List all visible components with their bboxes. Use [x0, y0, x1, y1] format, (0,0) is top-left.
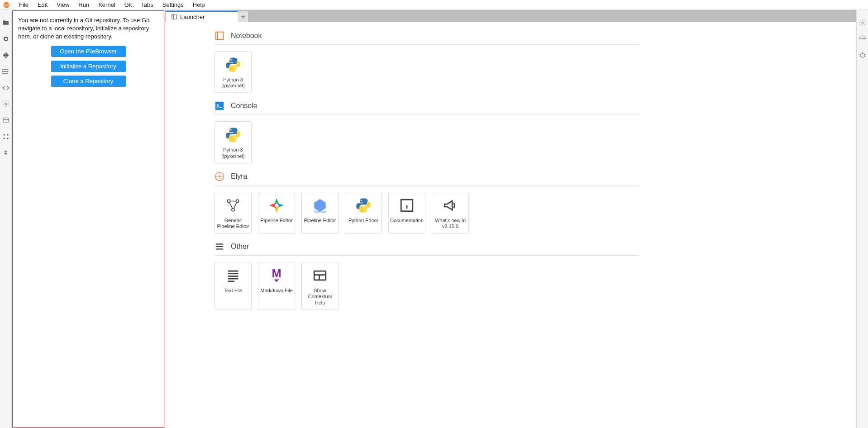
card-label: Generic Pipeline Editor: [217, 218, 249, 229]
left-rail: [0, 10, 12, 428]
dashboard-icon[interactable]: [857, 31, 868, 47]
open-filebrowser-button[interactable]: Open the FileBrowser: [51, 46, 126, 57]
svg-point-4: [5, 56, 6, 57]
svg-point-9: [2, 71, 3, 71]
tab-bar: Launcher: [165, 10, 856, 22]
other-section-icon: [215, 242, 224, 252]
tab-launcher[interactable]: Launcher: [166, 11, 238, 22]
pipeline-settings-icon[interactable]: [0, 96, 12, 112]
svg-point-16: [3, 138, 5, 139]
git-panel: You are not currently in a Git repositor…: [12, 10, 164, 428]
git-status-message: You are not currently in a Git repositor…: [18, 16, 158, 41]
property-inspector-icon[interactable]: [857, 14, 868, 31]
svg-point-23: [234, 69, 236, 71]
card-python3-console[interactable]: Python 3 (ipykernel): [215, 121, 252, 163]
card-generic-pipeline[interactable]: Generic Pipeline Editor: [215, 192, 252, 233]
extension-icon[interactable]: [0, 145, 12, 161]
tab-label: Launcher: [180, 14, 205, 20]
info-icon: [397, 196, 416, 215]
svg-point-50: [862, 22, 863, 24]
menu-run[interactable]: Run: [74, 0, 94, 9]
card-contextual-help[interactable]: Show Contextual Help: [301, 262, 339, 310]
section-console: Console Python 3 (ipykernel): [215, 101, 640, 163]
debugger-icon[interactable]: [857, 47, 868, 63]
python-icon: [224, 55, 243, 74]
notebook-section-icon: [215, 31, 224, 41]
svg-line-56: [859, 57, 861, 57]
menubar: File Edit View Run Kernel Git Tabs Setti…: [0, 0, 868, 10]
menu-git[interactable]: Git: [120, 0, 137, 9]
card-markdown-file[interactable]: M Markdown File: [258, 262, 295, 310]
card-kubeflow-pipeline[interactable]: Kubeflow Pipeline Editor: [301, 192, 339, 233]
card-python-editor[interactable]: Python Editor: [345, 192, 382, 233]
cards-elyra: Generic Pipeline Editor Pipeline Editor …: [215, 192, 640, 233]
cards-notebook: Python 3 (ipykernel): [215, 51, 640, 93]
section-header-notebook: Notebook: [215, 31, 640, 45]
svg-text:Kubeflow: Kubeflow: [314, 210, 326, 213]
menu-view[interactable]: View: [52, 0, 74, 9]
svg-point-15: [7, 134, 8, 135]
card-label: Pipeline Editor: [261, 218, 293, 224]
menu-edit[interactable]: Edit: [33, 0, 52, 9]
svg-point-11: [5, 103, 7, 105]
svg-point-28: [227, 200, 230, 202]
toc-icon[interactable]: [0, 63, 12, 80]
menu-tabs[interactable]: Tabs: [136, 0, 157, 9]
card-documentation[interactable]: Documentation: [388, 192, 425, 233]
section-title: Elyra: [231, 172, 247, 181]
svg-point-17: [7, 138, 8, 139]
svg-point-10: [2, 73, 3, 73]
svg-line-57: [864, 57, 866, 57]
svg-point-33: [361, 200, 362, 201]
menu-help[interactable]: Help: [188, 0, 210, 9]
megaphone-icon: [441, 196, 460, 215]
card-whats-new[interactable]: What's new in v3.15.0: [432, 192, 469, 233]
clone-repository-button[interactable]: Clone a Repository: [51, 76, 126, 87]
card-airflow-pipeline[interactable]: Pipeline Editor: [258, 192, 295, 233]
folder-icon[interactable]: [0, 14, 12, 31]
code-snippets-icon[interactable]: [0, 80, 12, 96]
svg-rect-21: [216, 32, 224, 40]
initialize-repository-button[interactable]: Initialize a Repository: [51, 61, 126, 72]
elyra-section-icon: [215, 171, 224, 181]
jupyter-logo-icon: [3, 1, 10, 9]
card-label: Python Editor: [348, 218, 378, 224]
svg-point-22: [230, 59, 232, 60]
svg-point-52: [861, 53, 864, 57]
svg-rect-2: [5, 38, 7, 40]
git-icon[interactable]: [0, 47, 12, 63]
section-elyra: Elyra Generic Pipeline Editor: [215, 171, 640, 233]
card-label: Python 3 (ipykernel): [217, 147, 249, 159]
running-kernels-icon[interactable]: [0, 31, 12, 47]
svg-line-55: [864, 54, 866, 54]
menu-settings[interactable]: Settings: [158, 0, 188, 9]
card-text-file[interactable]: Text File: [215, 262, 252, 310]
svg-point-29: [236, 200, 238, 202]
main-area: You are not currently in a Git repositor…: [0, 10, 868, 428]
card-python3-notebook[interactable]: Python 3 (ipykernel): [215, 51, 252, 93]
contextual-help-icon: [310, 266, 329, 285]
add-tab-button[interactable]: [238, 11, 248, 22]
runtimes-icon[interactable]: [0, 112, 12, 128]
section-header-elyra: Elyra: [215, 171, 640, 185]
menu-file[interactable]: File: [14, 0, 33, 9]
section-title: Notebook: [231, 32, 262, 40]
menu-kernel[interactable]: Kernel: [94, 0, 120, 9]
card-label: Text File: [224, 288, 243, 294]
section-other: Other Text File M: [215, 242, 640, 310]
section-title: Other: [231, 243, 249, 251]
pipeline-icon: [224, 196, 243, 215]
section-header-other: Other: [215, 242, 640, 256]
card-label: Documentation: [390, 218, 424, 224]
launcher-tab-icon: [171, 14, 177, 20]
python-icon: [224, 125, 243, 144]
card-label: Python 3 (ipykernel): [217, 77, 249, 89]
section-header-console: Console: [215, 101, 640, 115]
card-label: Pipeline Editor: [304, 218, 336, 224]
svg-point-34: [365, 209, 366, 211]
svg-point-3: [5, 53, 6, 55]
section-notebook: Notebook Python 3 (ipykernel): [215, 31, 640, 93]
right-rail: [856, 10, 868, 428]
components-icon[interactable]: [0, 128, 12, 145]
svg-point-14: [3, 134, 5, 135]
